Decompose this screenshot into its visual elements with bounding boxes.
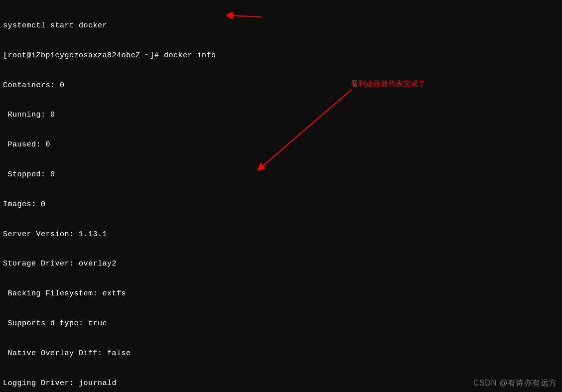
terminal-line: systemctl start docker <box>3 21 559 31</box>
terminal-line: [root@iZbp1cygczosaxza824obeZ ~]# docker… <box>3 51 559 61</box>
terminal-line: Running: 0 <box>3 110 559 120</box>
terminal-line: Supports d_type: true <box>3 319 559 329</box>
watermark-text: CSDN @有诗亦有远方 <box>473 378 557 388</box>
terminal-line: Containers: 0 <box>3 81 559 91</box>
terminal-line: Native Overlay Diff: false <box>3 349 559 359</box>
terminal-line: Images: 0 <box>3 200 559 210</box>
terminal-output[interactable]: systemctl start docker [root@iZbp1cygczo… <box>3 1 559 392</box>
terminal-line: Stopped: 0 <box>3 170 559 180</box>
terminal-line: Paused: 0 <box>3 140 559 150</box>
terminal-line: Server Version: 1.13.1 <box>3 230 559 240</box>
terminal-line: Backing Filesystem: extfs <box>3 289 559 299</box>
terminal-line: Storage Driver: overlay2 <box>3 259 559 269</box>
